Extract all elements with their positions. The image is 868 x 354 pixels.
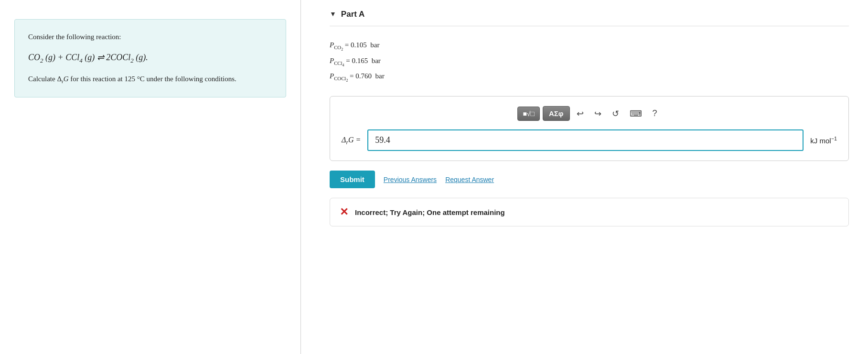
answer-toolbar: ■√□ ΑΣφ ↩ ↪ ↺ ⌨ ? bbox=[342, 106, 837, 121]
answer-input[interactable] bbox=[367, 129, 804, 151]
help-button[interactable]: ? bbox=[649, 107, 661, 120]
input-row: ΔrG = kJ mol−1 bbox=[342, 129, 837, 151]
part-header: ▼ Part A bbox=[330, 10, 849, 26]
reset-icon: ↺ bbox=[612, 109, 619, 118]
chevron-down-icon: ▼ bbox=[330, 11, 336, 18]
error-message: Incorrect; Try Again; One attempt remain… bbox=[355, 208, 505, 216]
previous-answers-button[interactable]: Previous Answers bbox=[384, 176, 437, 183]
request-answer-button[interactable]: Request Answer bbox=[445, 176, 494, 183]
right-panel: ▼ Part A PCO2 = 0.105 bar PCCl4 = 0.165 … bbox=[301, 0, 868, 354]
math-template-button[interactable]: ■√□ bbox=[517, 107, 540, 121]
greek-symbols-button[interactable]: ΑΣφ bbox=[543, 106, 570, 121]
answer-container: ■√□ ΑΣφ ↩ ↪ ↺ ⌨ ? ΔrG = bbox=[330, 96, 849, 161]
condition-cocl2: PCOCl2 = 0.760 bar bbox=[330, 69, 849, 85]
math-template-icon: ■√□ bbox=[523, 110, 535, 118]
calculate-instruction: Calculate ΔrG for this reaction at 125 °… bbox=[28, 73, 272, 86]
delta-label: ΔrG = bbox=[342, 136, 361, 145]
action-row: Submit Previous Answers Request Answer bbox=[330, 171, 849, 188]
problem-box: Consider the following reaction: CO2 (g)… bbox=[14, 19, 286, 97]
undo-button[interactable]: ↩ bbox=[573, 107, 588, 121]
reset-button[interactable]: ↺ bbox=[608, 107, 623, 121]
unit-label: kJ mol−1 bbox=[810, 136, 837, 145]
submit-button[interactable]: Submit bbox=[330, 171, 375, 188]
error-icon: ✕ bbox=[340, 206, 348, 218]
keyboard-icon: ⌨ bbox=[630, 109, 642, 118]
left-panel: Consider the following reaction: CO2 (g)… bbox=[0, 0, 301, 354]
part-a-title: Part A bbox=[341, 10, 364, 19]
redo-icon: ↪ bbox=[594, 109, 601, 118]
greek-symbols-icon: ΑΣφ bbox=[549, 109, 564, 118]
reaction-equation: CO2 (g) + CCl4 (g) ⇌ 2COCl2 (g). bbox=[28, 50, 272, 66]
condition-ccl4: PCCl4 = 0.165 bar bbox=[330, 54, 849, 69]
problem-intro: Consider the following reaction: bbox=[28, 31, 272, 43]
error-box: ✕ Incorrect; Try Again; One attempt rema… bbox=[330, 198, 849, 226]
keyboard-button[interactable]: ⌨ bbox=[626, 107, 646, 121]
help-icon: ? bbox=[653, 108, 657, 118]
conditions-block: PCO2 = 0.105 bar PCCl4 = 0.165 bar PCOCl… bbox=[330, 38, 849, 85]
condition-co2: PCO2 = 0.105 bar bbox=[330, 38, 849, 54]
undo-icon: ↩ bbox=[577, 109, 584, 118]
redo-button[interactable]: ↪ bbox=[590, 107, 605, 121]
